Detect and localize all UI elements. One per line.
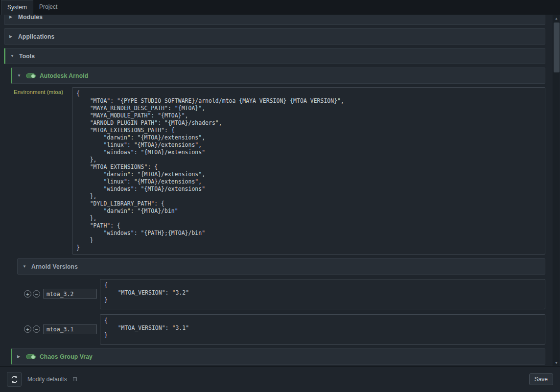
modify-defaults-checkbox[interactable] [73,377,77,381]
arnold-body: Environment (mtoa) { "MTOA": "{PYPE_STUD… [12,87,545,345]
tools-body: ▼ Autodesk Arnold Environment (mtoa) { "… [11,68,545,365]
section-title-modules: Modules [18,15,43,21]
chevron-down-icon: ▼ [10,54,15,58]
subsection-chaos-group-vray: ▶ Chaos Group Vray [11,348,545,365]
settings-content: ▶ Modules ▶ Applications ▼ Tools [0,15,549,366]
section-tools: ▼ Tools ▼ Autodesk Arnold [4,48,545,365]
arnold-enabled-toggle[interactable] [26,73,36,78]
chevron-down-icon: ▼ [23,264,27,269]
version-value-editor[interactable]: { "MTOA_VERSION": "3.1" } [100,314,545,345]
refresh-button[interactable] [7,372,22,387]
version-row: + − { "MTOA_VERSION": "3.2" } [17,278,545,310]
remove-version-button[interactable]: − [33,325,40,333]
scroll-up-button[interactable]: ▲ [553,15,560,22]
chevron-right-icon: ▶ [9,15,14,19]
subsection-autodesk-arnold: ▼ Autodesk Arnold Environment (mtoa) { "… [11,68,545,345]
section-header-applications[interactable]: ▶ Applications [4,28,545,45]
settings-scroll-area: ▶ Modules ▶ Applications ▼ Tools [0,15,560,366]
tab-system[interactable]: System [1,0,33,15]
section-header-modules[interactable]: ▶ Modules [4,15,545,25]
arnold-environment-row: Environment (mtoa) { "MTOA": "{PYPE_STUD… [12,87,545,254]
scrollbar-thumb[interactable] [554,23,560,72]
chevron-down-icon: ▼ [17,73,22,78]
arnold-versions-header[interactable]: ▼ Arnold Versions [17,258,545,275]
version-key-input[interactable] [43,324,97,334]
version-key-input[interactable] [43,289,97,299]
vray-enabled-toggle[interactable] [26,354,36,359]
subsection-title-vray: Chaos Group Vray [40,353,93,360]
tab-project[interactable]: Project [33,0,63,15]
arnold-versions-title: Arnold Versions [31,263,78,270]
arnold-environment-editor[interactable]: { "MTOA": "{PYPE_STUDIO_SOFTWARE}/arnold… [72,87,545,254]
save-button[interactable]: Save [529,373,553,385]
version-row: + − { "MTOA_VERSION": "3.1" } [17,313,545,345]
chevron-right-icon: ▶ [9,34,14,39]
add-version-button[interactable]: + [24,325,31,333]
settings-window: System Project ▶ Modules ▶ Applications [0,0,560,392]
version-value-editor[interactable]: { "MTOA_VERSION": "3.2" } [100,279,545,309]
tab-bar: System Project [0,0,560,15]
remove-version-button[interactable]: − [33,290,40,298]
chevron-right-icon: ▶ [17,354,22,359]
environment-label: Environment (mtoa) [12,87,72,95]
add-version-button[interactable]: + [24,290,31,298]
refresh-icon [10,375,19,384]
subsection-title-arnold: Autodesk Arnold [40,72,88,79]
section-title-applications: Applications [18,33,54,40]
row-buttons: + − [24,325,40,333]
row-buttons: + − [24,290,40,298]
section-header-tools[interactable]: ▼ Tools [4,48,545,64]
scroll-down-button[interactable]: ▼ [553,359,560,366]
section-modules: ▶ Modules [4,15,545,25]
modify-defaults-label: Modify defaults [27,376,67,383]
vertical-scrollbar: ▲ ▼ [553,15,560,366]
section-title-tools: Tools [19,53,35,60]
footer-bar: Modify defaults Save [0,366,560,392]
subsection-header-chaos-group-vray[interactable]: ▶ Chaos Group Vray [11,348,545,365]
section-applications: ▶ Applications [4,28,545,45]
arnold-versions-group: ▼ Arnold Versions + − [17,258,545,345]
subsection-header-autodesk-arnold[interactable]: ▼ Autodesk Arnold [11,68,545,84]
